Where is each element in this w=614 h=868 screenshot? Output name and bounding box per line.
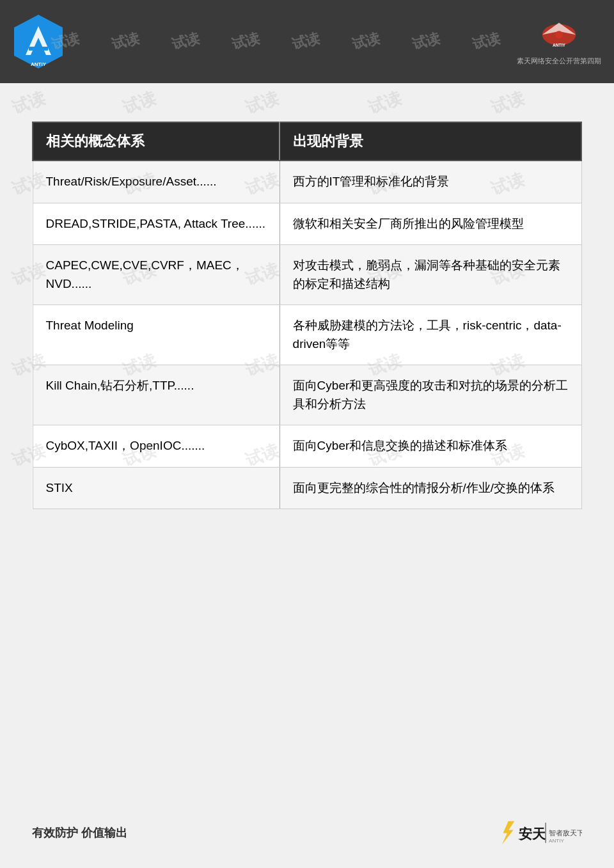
table-cell-right-6: 面向更完整的综合性的情报分析/作业/交换的体系 bbox=[279, 467, 581, 509]
main-wm-5: 试读 bbox=[489, 87, 528, 120]
header-wm-8: 试读 bbox=[470, 29, 502, 54]
logo-area: ANTIY bbox=[13, 13, 64, 70]
table-header-right: 出现的背景 bbox=[279, 122, 581, 161]
main-content: 试读 试读 试读 试读 试读 试读 试读 试读 试读 试读 试读 试读 试读 试… bbox=[0, 83, 614, 535]
table-row: Threat Modeling各种威胁建模的方法论，工具，risk-centri… bbox=[33, 305, 581, 365]
table-cell-right-0: 西方的IT管理和标准化的背景 bbox=[279, 161, 581, 203]
header-wm-7: 试读 bbox=[410, 29, 442, 54]
table-row: Threat/Risk/Exposure/Asset......西方的IT管理和… bbox=[33, 161, 581, 203]
logo-hexagon: ANTIY bbox=[13, 13, 64, 70]
footer: 有效防护 价值输出 安天 智者敌天下 ANTIY bbox=[32, 817, 582, 849]
svg-marker-0 bbox=[14, 15, 63, 68]
main-table: 相关的概念体系 出现的背景 Threat/Risk/Exposure/Asset… bbox=[32, 122, 582, 509]
header-wm-2: 试读 bbox=[109, 29, 141, 54]
main-wm-4: 试读 bbox=[366, 87, 405, 120]
header-brand-sub: 素天网络安全公开营第四期 bbox=[517, 56, 601, 66]
table-cell-right-4: 面向Cyber和更高强度的攻击和对抗的场景的分析工具和分析方法 bbox=[279, 365, 581, 425]
table-row: Kill Chain,钻石分析,TTP......面向Cyber和更高强度的攻击… bbox=[33, 365, 581, 425]
table-cell-left-3: Threat Modeling bbox=[33, 305, 279, 365]
table-cell-left-1: DREAD,STRIDE,PASTA, Attack Tree...... bbox=[33, 203, 279, 245]
main-wm-3: 试读 bbox=[243, 87, 282, 120]
svg-text:ANTIY: ANTIY bbox=[549, 838, 564, 844]
table-cell-left-2: CAPEC,CWE,CVE,CVRF，MAEC，NVD...... bbox=[33, 245, 279, 305]
header-wm-5: 试读 bbox=[290, 29, 322, 54]
table-cell-right-1: 微软和相关安全厂商所推出的风险管理模型 bbox=[279, 203, 581, 245]
header-wm-3: 试读 bbox=[169, 29, 201, 54]
table-cell-left-0: Threat/Risk/Exposure/Asset...... bbox=[33, 161, 279, 203]
svg-text:ANTIY: ANTIY bbox=[553, 43, 566, 47]
table-row: CybOX,TAXII，OpenIOC.......面向Cyber和信息交换的描… bbox=[33, 425, 581, 468]
header-wm-4: 试读 bbox=[230, 29, 262, 54]
table-header-left: 相关的概念体系 bbox=[33, 122, 279, 161]
svg-rect-2 bbox=[29, 47, 48, 51]
header-wm-6: 试读 bbox=[350, 29, 382, 54]
svg-text:安天: 安天 bbox=[517, 826, 546, 841]
table-cell-right-3: 各种威胁建模的方法论，工具，risk-centric，data-driven等等 bbox=[279, 305, 581, 365]
header-right-brand: ANTIY 素天网络安全公开营第四期 bbox=[517, 18, 601, 66]
table-cell-left-6: STIX bbox=[33, 467, 279, 509]
footer-tagline: 有效防护 价值输出 bbox=[32, 825, 127, 840]
table-header-row: 相关的概念体系 出现的背景 bbox=[33, 122, 581, 161]
table-row: DREAD,STRIDE,PASTA, Attack Tree......微软和… bbox=[33, 203, 581, 245]
table-cell-left-4: Kill Chain,钻石分析,TTP...... bbox=[33, 365, 279, 425]
table-cell-right-5: 面向Cyber和信息交换的描述和标准体系 bbox=[279, 425, 581, 468]
table-cell-right-2: 对攻击模式，脆弱点，漏洞等各种基础的安全元素的标定和描述结构 bbox=[279, 245, 581, 305]
footer-logo: 安天 智者敌天下 ANTIY bbox=[499, 817, 582, 849]
main-wm-2: 试读 bbox=[120, 87, 159, 120]
main-wm-1: 试读 bbox=[10, 87, 49, 120]
header-watermarks: 试读 试读 试读 试读 试读 试读 试读 试读 bbox=[51, 0, 512, 83]
header: ANTIY 试读 试读 试读 试读 试读 试读 试读 试读 ANTIY 素天网络… bbox=[0, 0, 614, 83]
svg-marker-8 bbox=[502, 821, 515, 845]
table-cell-left-5: CybOX,TAXII，OpenIOC....... bbox=[33, 425, 279, 468]
table-row: STIX面向更完整的综合性的情报分析/作业/交换的体系 bbox=[33, 467, 581, 509]
svg-text:智者敌天下: 智者敌天下 bbox=[549, 829, 582, 837]
table-row: CAPEC,CWE,CVE,CVRF，MAEC，NVD......对攻击模式，脆… bbox=[33, 245, 581, 305]
svg-point-6 bbox=[555, 31, 563, 38]
svg-text:ANTIY: ANTIY bbox=[31, 61, 47, 67]
